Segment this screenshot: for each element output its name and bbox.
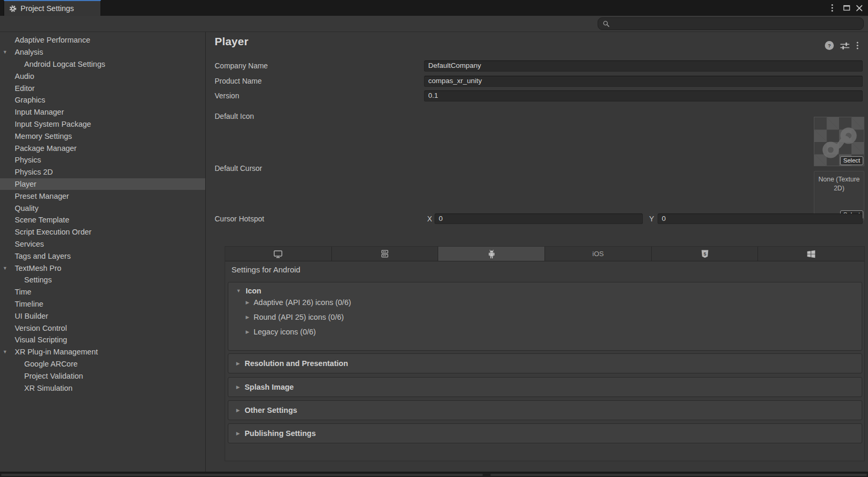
- sidebar-item-physics-2d[interactable]: Physics 2D: [0, 166, 205, 178]
- sidebar-item-services[interactable]: Services: [0, 238, 205, 250]
- section-splash-image[interactable]: ▶Splash Image: [228, 377, 862, 397]
- sidebar-item-label: Project Validation: [24, 372, 83, 380]
- icon-section: ▼ Icon ▶Adaptive (API 26) icons (0/6)▶Ro…: [228, 282, 862, 351]
- platform-tab-windows[interactable]: [758, 247, 864, 261]
- close-icon: [856, 5, 863, 12]
- field-label-version: Version: [215, 92, 239, 100]
- sidebar-item-memory-settings[interactable]: Memory Settings: [0, 130, 205, 142]
- cursor-hotspot-x-input[interactable]: 0: [435, 214, 643, 224]
- presets-button[interactable]: [840, 42, 850, 50]
- sidebar-item-version-control[interactable]: Version Control: [0, 322, 205, 334]
- foldout-closed-icon[interactable]: ▶: [236, 431, 240, 436]
- search-field[interactable]: [598, 17, 864, 30]
- sidebar-item-player[interactable]: Player: [0, 178, 205, 190]
- sidebar-item-input-system-package[interactable]: Input System Package: [0, 118, 205, 130]
- sidebar-item-project-validation[interactable]: Project Validation: [0, 370, 205, 382]
- sidebar-item-physics[interactable]: Physics: [0, 154, 205, 166]
- section-title: Splash Image: [245, 383, 294, 391]
- foldout-closed-icon[interactable]: ▶: [246, 329, 249, 334]
- default-icon-thumbnail[interactable]: Select: [814, 117, 864, 166]
- section-resolution-and-presentation[interactable]: ▶Resolution and Presentation: [228, 353, 862, 373]
- foldout-closed-icon[interactable]: ▶: [236, 361, 240, 366]
- default-icon-select-button[interactable]: Select: [840, 156, 863, 165]
- window-tab-title: Project Settings: [21, 4, 74, 13]
- foldout-closed-icon[interactable]: ▶: [246, 300, 249, 305]
- sidebar-item-label: Player: [15, 180, 36, 188]
- cursor-hotspot-y-input[interactable]: 0: [658, 214, 863, 224]
- bottom-scrollbar-segment[interactable]: [490, 474, 867, 476]
- sidebar-item-android-logcat-settings[interactable]: Android Logcat Settings: [0, 58, 205, 70]
- sidebar-item-time[interactable]: Time: [0, 286, 205, 298]
- platform-tab-dedicated-server[interactable]: [332, 247, 439, 261]
- default-cursor-object-field[interactable]: None (Texture 2D) Select: [814, 171, 864, 220]
- foldout-open-icon[interactable]: ▼: [3, 49, 7, 55]
- sidebar-item-xr-simulation[interactable]: XR Simulation: [0, 382, 205, 394]
- platform-tab-desktop[interactable]: [225, 247, 332, 261]
- sidebar-item-xr-plug-in-management[interactable]: ▼XR Plug-in Management: [0, 346, 205, 358]
- product-name-input[interactable]: compas_xr_unity: [424, 76, 863, 87]
- sidebar-item-adaptive-performance[interactable]: Adaptive Performance: [0, 34, 205, 46]
- foldout-adaptive-api-26-icons-0-6[interactable]: ▶Adaptive (API 26) icons (0/6): [246, 297, 351, 308]
- foldout-closed-icon[interactable]: ▶: [236, 408, 240, 413]
- panel-menu-button[interactable]: [856, 42, 859, 49]
- player-settings-panel: Player ? Company NameDefaultCompanyProdu…: [206, 32, 868, 472]
- foldout-label: Legacy icons (0/6): [254, 328, 316, 336]
- sidebar-item-textmesh-pro[interactable]: ▼TextMesh Pro: [0, 262, 205, 274]
- cursor-hotspot-y-label: Y: [649, 215, 654, 223]
- settings-for-platform-header: Settings for Android: [231, 265, 300, 274]
- sidebar-item-input-manager[interactable]: Input Manager: [0, 106, 205, 118]
- foldout-round-api-25-icons-0-6[interactable]: ▶Round (API 25) icons (0/6): [246, 311, 344, 323]
- sidebar-item-label: Preset Manager: [15, 192, 69, 200]
- default-icon-label: Default Icon: [215, 112, 254, 120]
- default-cursor-value: None (Texture 2D): [819, 176, 860, 192]
- sidebar-item-analysis[interactable]: ▼Analysis: [0, 46, 205, 58]
- company-name-input[interactable]: DefaultCompany: [424, 60, 863, 72]
- sidebar-item-label: Script Execution Order: [15, 228, 92, 236]
- sidebar-item-label: Visual Scripting: [15, 336, 67, 344]
- window-maximize-button[interactable]: [841, 0, 852, 16]
- foldout-closed-icon[interactable]: ▶: [236, 384, 240, 390]
- sidebar-item-ui-builder[interactable]: UI Builder: [0, 310, 205, 322]
- sidebar-item-tags-and-layers[interactable]: Tags and Layers: [0, 250, 205, 262]
- sidebar-item-label: Input Manager: [15, 108, 64, 116]
- sidebar-item-scene-template[interactable]: Scene Template: [0, 214, 205, 226]
- window-close-button[interactable]: [853, 0, 865, 16]
- foldout-label: Round (API 25) icons (0/6): [254, 313, 344, 321]
- foldout-open-icon[interactable]: ▼: [3, 349, 7, 354]
- platform-tab-ios[interactable]: iOS: [545, 247, 652, 261]
- sidebar-item-preset-manager[interactable]: Preset Manager: [0, 190, 205, 202]
- sidebar-item-label: Scene Template: [15, 216, 69, 224]
- sidebar-item-label: Tags and Layers: [15, 252, 70, 260]
- foldout-open-icon[interactable]: ▼: [236, 288, 241, 293]
- sidebar-item-label: Version Control: [15, 324, 67, 332]
- sidebar-item-timeline[interactable]: Timeline: [0, 298, 205, 310]
- foldout-legacy-icons-0-6[interactable]: ▶Legacy icons (0/6): [246, 326, 316, 338]
- sidebar-item-package-manager[interactable]: Package Manager: [0, 142, 205, 154]
- sidebar-item-audio[interactable]: Audio: [0, 70, 205, 82]
- sidebar-item-script-execution-order[interactable]: Script Execution Order: [0, 226, 205, 238]
- sidebar-item-visual-scripting[interactable]: Visual Scripting: [0, 334, 205, 346]
- sidebar-item-settings[interactable]: Settings: [0, 274, 205, 286]
- sidebar-item-editor[interactable]: Editor: [0, 82, 205, 94]
- android-icon: [487, 249, 496, 259]
- sidebar-item-label: XR Plug-in Management: [15, 348, 98, 356]
- section-title: Publishing Settings: [245, 429, 316, 438]
- platform-tab-android[interactable]: [438, 247, 545, 261]
- section-publishing-settings[interactable]: ▶Publishing Settings: [228, 423, 862, 443]
- search-input[interactable]: [612, 19, 863, 28]
- dedicated-server-icon: [380, 250, 389, 258]
- sidebar-item-quality[interactable]: Quality: [0, 202, 205, 214]
- sidebar-item-google-arcore[interactable]: Google ARCore: [0, 358, 205, 370]
- foldout-closed-icon[interactable]: ▶: [246, 314, 249, 320]
- window-menu-button[interactable]: [827, 0, 837, 16]
- platform-tabbar: iOS5: [225, 247, 864, 261]
- sidebar-item-graphics[interactable]: Graphics: [0, 94, 205, 106]
- section-other-settings[interactable]: ▶Other Settings: [228, 400, 862, 420]
- icon-section-header[interactable]: ▼ Icon: [236, 287, 261, 295]
- help-button[interactable]: ?: [825, 41, 834, 50]
- project-settings-window-tab[interactable]: Project Settings: [4, 0, 101, 16]
- foldout-open-icon[interactable]: ▼: [3, 266, 7, 271]
- version-input[interactable]: 0.1: [424, 90, 863, 102]
- platform-tab-webgl[interactable]: 5: [652, 247, 759, 261]
- bottom-scrollbar-segment[interactable]: [1, 474, 483, 476]
